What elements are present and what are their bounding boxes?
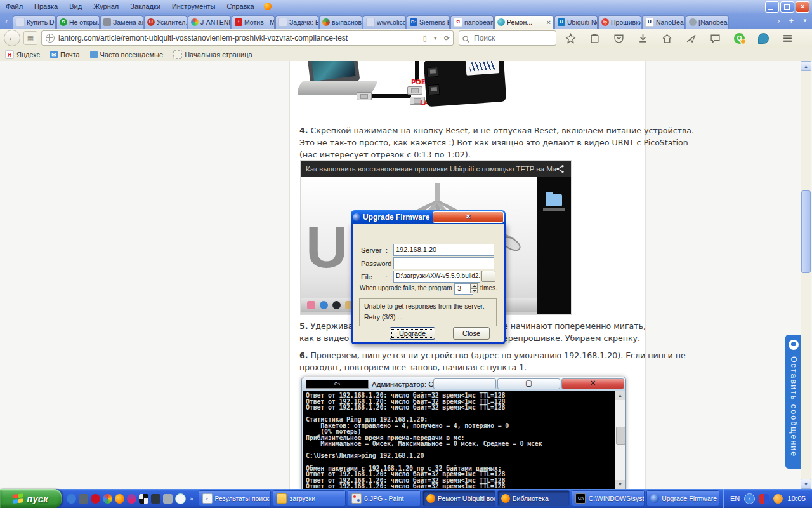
tab-usilitel[interactable]: UУсилител... [144, 15, 187, 29]
step5-left2: как в видео в [299, 333, 357, 343]
punto-switcher-icon[interactable] [759, 494, 769, 504]
drop-extension-icon[interactable] [758, 33, 769, 44]
quick-launch-more-icon[interactable]: » [188, 495, 195, 502]
dialog-title-bar[interactable]: Upgrade Firmware × [351, 210, 506, 224]
menu-help[interactable]: Справка [221, 3, 259, 10]
scroll-down-button[interactable]: ▼ [801, 479, 811, 489]
retry-stepper[interactable] [470, 283, 478, 293]
step5-right1: е начинают попеременно мигать, [503, 321, 646, 331]
close-button[interactable]: × [433, 211, 504, 223]
tab-motiv[interactable]: ↑Мотив - М... [232, 15, 275, 29]
server-field[interactable]: 192.168.1.20 [393, 244, 494, 256]
scrollbar-thumb[interactable] [801, 190, 811, 273]
restore-button[interactable] [780, 1, 794, 13]
url-text[interactable]: lantorg.com/article/remont-ubiquiti-voss… [58, 34, 420, 43]
taskbtn-biblioteka[interactable]: Библиотека [497, 490, 570, 507]
clipboard-icon[interactable] [589, 33, 600, 44]
menu-file[interactable]: Файл [0, 3, 29, 10]
menu-bookmarks[interactable]: Закладки [124, 3, 166, 10]
taskbtn-paint[interactable]: 6.JPG - Paint [348, 490, 421, 507]
taskbtn-remont-ubiquiti[interactable]: Ремонт Ubiquiti восс... [422, 490, 495, 507]
app-icon[interactable] [175, 493, 186, 504]
bookmarks-bar: ЯЯндекс ✉Почта Часто посещаемые Начальна… [0, 48, 812, 62]
password-field[interactable] [393, 257, 494, 269]
desktop: Файл Правка Вид Журнал Закладки Инструме… [0, 0, 812, 508]
file-field[interactable]: D:\загрузки\XW-v5.5.9.build2173 [393, 271, 480, 283]
close-dialog-button[interactable]: Close [453, 327, 490, 340]
site-identity-icon[interactable]: ▦ [23, 31, 37, 45]
ie-icon[interactable] [67, 494, 76, 504]
taskbtn-downloads[interactable]: загрузки [273, 490, 346, 507]
q-extension-icon[interactable]: Q [734, 33, 745, 44]
tray-app-icon[interactable] [773, 494, 783, 504]
start-button[interactable]: пуск [0, 489, 62, 508]
reader-mode-icon[interactable]: ▯ [420, 34, 430, 43]
home-icon[interactable] [662, 33, 672, 44]
tab-label: Купить D... [25, 18, 55, 26]
search-input[interactable] [473, 33, 545, 43]
tab-zamena[interactable]: Замена ак... [100, 15, 143, 29]
bookmark-frequent[interactable]: Часто посещаемые [85, 51, 169, 58]
bookmark-mail[interactable]: ✉Почта [45, 51, 85, 58]
tab-nanobeam-ya[interactable]: Яnanobeam [450, 15, 494, 29]
url-dropdown-icon[interactable]: ▼ [430, 36, 441, 41]
taskbtn-cmd[interactable]: C:\C:\WINDOWS\syste... [572, 490, 645, 507]
menu-history[interactable]: Журнал [88, 3, 124, 10]
scroll-up-button[interactable]: ▲ [801, 61, 811, 71]
hamburger-menu-icon[interactable] [782, 33, 793, 44]
language-indicator[interactable]: EN [730, 495, 740, 502]
tab-zadacha[interactable]: Задача: Ежен... [275, 15, 318, 29]
share-icon[interactable] [556, 164, 565, 173]
opera-icon[interactable] [91, 494, 100, 504]
folder-icon [277, 493, 287, 504]
ubiquiti-icon: U [645, 18, 654, 27]
downloads-icon[interactable] [638, 33, 648, 44]
chat-bubble-icon[interactable] [710, 33, 721, 44]
tab-kupit[interactable]: Купить D... [13, 15, 56, 29]
tab-close-icon[interactable]: × [544, 18, 553, 26]
browse-button[interactable]: ... [481, 271, 495, 282]
app-icon[interactable] [163, 494, 173, 504]
bookmark-home[interactable]: Начальная страница [168, 50, 257, 59]
upgrade-button[interactable]: Upgrade [390, 327, 435, 340]
menu-tools[interactable]: Инструменты [166, 3, 221, 10]
clock[interactable]: 10:05 [787, 495, 806, 502]
tab-list-icon[interactable]: ▼ [798, 18, 812, 23]
firefox-icon[interactable] [115, 494, 124, 504]
app-icon[interactable] [79, 494, 88, 504]
app-icon[interactable] [151, 494, 160, 504]
taskbtn-upgrade-firmware[interactable]: Upgrade Firmware [646, 490, 719, 507]
chrome-icon[interactable] [103, 494, 112, 504]
tab-vypasnov[interactable]: выпаснов... [319, 15, 362, 29]
back-button[interactable]: ← [4, 30, 20, 46]
tab-j-antenn[interactable]: J-ANTENN... [188, 15, 231, 29]
send-icon[interactable] [686, 33, 697, 44]
taskbtn-search-results[interactable]: ⌕Результаты поиска [199, 490, 272, 507]
tab-siemens[interactable]: D:Siemens E... [407, 15, 450, 29]
tab-nanobea[interactable]: [Nanobea... [686, 15, 729, 29]
bookmark-star-icon[interactable] [565, 33, 576, 44]
checker-app-icon[interactable] [139, 494, 148, 504]
pocket-icon[interactable] [613, 33, 624, 44]
tray-chevron-icon[interactable]: ‹ [744, 493, 755, 504]
bookmark-yandex[interactable]: ЯЯндекс [0, 50, 45, 59]
browser-scrollbar[interactable]: ▲ ▼ [801, 61, 811, 489]
app-icon[interactable] [127, 494, 136, 504]
url-bar[interactable]: lantorg.com/article/remont-ubiquiti-voss… [41, 30, 454, 46]
menu-edit[interactable]: Правка [29, 3, 63, 10]
tab-ne-otkry[interactable]: SНе откры... [56, 15, 100, 29]
tab-scroll-right-icon[interactable]: › [773, 16, 784, 25]
menu-view[interactable]: Вид [63, 3, 88, 10]
close-button[interactable]: × [796, 1, 809, 13]
reload-icon[interactable]: ⟳ [441, 34, 453, 43]
new-tab-button[interactable]: + [784, 16, 798, 25]
tab-proshivki[interactable]: ipПрошивки [598, 15, 641, 29]
tab-remont-active[interactable]: Ремон...× [494, 15, 554, 29]
leave-message-widget[interactable]: Оставить сообщение [785, 335, 801, 469]
tab-scroll-left-icon[interactable]: ‹ [1, 15, 12, 28]
tab-ubiquiti[interactable]: UUbiquiti Ne... [554, 15, 598, 29]
tab-nanobeam-u[interactable]: UNanoBeam [642, 15, 685, 29]
minimize-button[interactable] [765, 1, 779, 13]
search-box[interactable] [459, 30, 556, 46]
tab-olicom[interactable]: www.olicom.sp... [363, 15, 406, 29]
